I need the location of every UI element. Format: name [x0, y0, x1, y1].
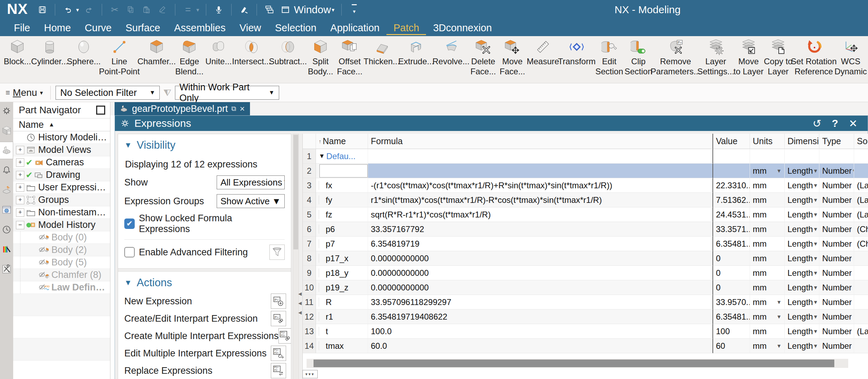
dimension-cell[interactable]: Length▼ [785, 164, 819, 178]
visualization-icon[interactable] [0, 241, 13, 258]
tree-expander-icon[interactable]: + [16, 208, 24, 217]
dimension-cell[interactable]: Length▼ [785, 295, 819, 310]
table-horizontal-scrollbar[interactable] [307, 359, 848, 368]
table-row[interactable]: 9p18_y0.000000000000mmLength▼Number [303, 266, 868, 280]
scope-combo[interactable]: Within Work Part Only ▼ [175, 86, 279, 100]
tree-item-non-timestamp-geometry[interactable]: +Non-timestamp Geometry [13, 206, 110, 219]
column-header-formula[interactable]: Formula [368, 134, 713, 149]
table-expand-widget[interactable]: ▾▾▾ [302, 370, 318, 378]
dimension-cell[interactable]: Length▼ [785, 251, 819, 266]
type-cell[interactable]: Number [819, 178, 854, 193]
tree-expander-icon[interactable]: − [16, 221, 24, 229]
tree-item-user-expressions[interactable]: +User Expressions [13, 181, 110, 194]
tree-item-model-views[interactable]: +Model Views [13, 144, 110, 156]
name-cell[interactable]: t [316, 324, 368, 339]
ribbon-clip-button[interactable]: ClipSection [624, 39, 653, 76]
name-cell[interactable]: fx [316, 178, 368, 193]
ribbon-split-button[interactable]: SplitBody... [306, 39, 335, 76]
menu-application[interactable]: Application [323, 21, 386, 35]
show-combo[interactable]: All Expressions ▼ [217, 175, 285, 189]
dimension-cell[interactable]: Length▼ [785, 280, 819, 295]
tree-expander-icon[interactable]: + [16, 146, 24, 154]
ribbon-extrude-button[interactable]: Extrude... [399, 39, 433, 66]
name-cell[interactable]: p6 [316, 222, 368, 237]
units-cell[interactable]: mm [750, 280, 785, 295]
ribbon-measure-button[interactable]: Measure [527, 39, 559, 66]
panel-scrollbar[interactable] [293, 134, 299, 379]
reset-icon[interactable]: ↺ [808, 117, 826, 130]
copy-icon[interactable] [125, 4, 136, 15]
type-cell[interactable]: Number [819, 280, 854, 295]
menu-curve[interactable]: Curve [78, 21, 118, 35]
tab-close-icon[interactable]: ✕ [240, 105, 245, 113]
units-cell[interactable]: mm [750, 251, 785, 266]
formula-cell[interactable] [368, 164, 713, 178]
dimension-cell[interactable]: Length▼ [785, 222, 819, 237]
checkbox-checked-icon[interactable]: ✔ [124, 219, 135, 229]
formula-cell[interactable]: 60.0 [368, 339, 713, 353]
name-cell[interactable]: p7 [316, 237, 368, 251]
type-cell[interactable]: Number▼ [819, 164, 854, 178]
dimension-cell[interactable]: Length▼ [785, 237, 819, 251]
type-cell[interactable]: Number [819, 310, 854, 324]
name-cell[interactable]: r1 [316, 310, 368, 324]
ribbon-intersect-button[interactable]: Intersect... [233, 39, 270, 66]
tree-item-groups[interactable]: +Groups [13, 194, 110, 206]
dimension-cell[interactable]: Length▼ [785, 339, 819, 353]
alerts-bell-icon[interactable] [0, 162, 13, 179]
type-cell[interactable]: Number [819, 324, 854, 339]
undo-dropdown-icon[interactable]: ▾ [76, 7, 79, 13]
formula-cell[interactable]: 100.0 [368, 324, 713, 339]
cascade-windows-icon[interactable] [264, 4, 275, 15]
formula-cell[interactable]: 0.00000000000 [368, 266, 713, 280]
close-icon[interactable]: ✕ [844, 117, 862, 130]
formula-cell[interactable]: 6.354819719 [368, 237, 713, 251]
name-cell[interactable]: p19_z [316, 280, 368, 295]
tools-icon[interactable] [0, 261, 13, 278]
column-header-type[interactable]: Type [819, 134, 854, 149]
paste-icon[interactable] [141, 4, 152, 15]
type-cell[interactable]: Number [819, 266, 854, 280]
dimension-cell[interactable]: Length▼ [785, 266, 819, 280]
table-row[interactable]: 6p633.35716779233.3571...mmLength▼Number… [303, 222, 868, 237]
table-row[interactable]: 12r16.3548197194086226.35481...mm▼Length… [303, 310, 868, 324]
type-cell[interactable]: Number [819, 237, 854, 251]
units-cell[interactable]: mm▼ [750, 310, 785, 324]
table-row[interactable]: 3fx-(r1*cos(t*tmax)*cos(t*tmax*r1/R)+R*s… [303, 178, 868, 193]
redo-icon[interactable] [84, 4, 95, 15]
act-multi-create-button[interactable]: P1=P2= [278, 328, 291, 344]
table-scrollbar-thumb[interactable] [314, 360, 834, 367]
name-edit-box[interactable] [319, 164, 368, 178]
dimension-cell[interactable]: Length▼ [785, 193, 819, 207]
column-header-name[interactable]: ↑Name [316, 134, 368, 149]
name-cell[interactable]: R [316, 295, 368, 310]
formula-cell[interactable]: 33.357167792 [368, 222, 713, 237]
units-cell[interactable]: mm▼ [750, 295, 785, 310]
filter-reset-icon[interactable]: ⧨ [163, 88, 171, 98]
ribbon-edge-button[interactable]: EdgeBlend... [175, 39, 204, 76]
units-cell[interactable] [750, 149, 785, 164]
touch-mode-icon[interactable] [239, 4, 250, 15]
tree-expander-icon[interactable]: + [16, 171, 24, 179]
undo-icon[interactable] [62, 4, 73, 15]
format-paint-icon[interactable] [157, 4, 168, 15]
ribbon-edit-button[interactable]: EditSection [595, 39, 624, 76]
name-cell[interactable]: ▼Defau... [316, 149, 368, 164]
expression-groups-combo[interactable]: Show Active Only ▼ [217, 194, 285, 208]
window-menu[interactable]: Window ▾ [280, 4, 334, 16]
formula-cell[interactable]: 0.00000000000 [368, 251, 713, 266]
name-cell[interactable]: p18_y [316, 266, 368, 280]
menu-selection[interactable]: Selection [268, 21, 323, 35]
formula-cell[interactable]: 0.00000000000 [368, 280, 713, 295]
ribbon-transform-button[interactable]: Transform [559, 39, 595, 66]
formula-cell[interactable]: 33.957096118299297 [368, 295, 713, 310]
show-locked-checkbox-row[interactable]: ✔ Show Locked Formula Expressions [124, 213, 285, 234]
type-cell[interactable]: Number [819, 339, 854, 353]
column-header-units[interactable]: Units [750, 134, 785, 149]
name-column-header[interactable]: Name ▲ [13, 118, 110, 131]
ribbon-set-rotation-button[interactable]: Set RotationReference [793, 39, 835, 76]
units-cell[interactable]: mm [750, 222, 785, 237]
tree-item-cameras[interactable]: +✔Cameras [13, 156, 110, 169]
units-cell[interactable]: mm▼ [750, 339, 785, 353]
tree-item-body-2-[interactable]: Body (2) [13, 244, 110, 256]
